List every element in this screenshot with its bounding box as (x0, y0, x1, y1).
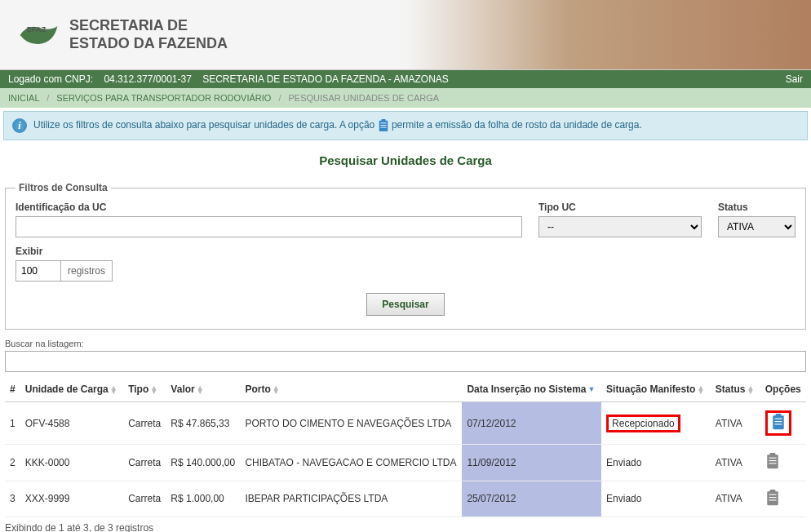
org-line2: ESTADO DA FAZENDA (69, 35, 228, 53)
print-uc-icon[interactable] (765, 490, 780, 506)
listing-search-label: Buscar na listagem: (5, 339, 84, 348)
cell-status: ATIVA (711, 445, 760, 481)
svg-rect-1 (379, 121, 388, 131)
cell-valor: R$ 140.000,00 (166, 445, 240, 481)
page-title: Pesquisar Unidades de Carga (0, 144, 811, 177)
cell-porto: IBEPAR PARTICIPAÇÕES LTDA (240, 481, 462, 516)
svg-rect-17 (769, 490, 775, 492)
logged-label: Logado com CNPJ: (8, 73, 93, 85)
logout-link[interactable]: Sair (786, 73, 803, 85)
print-uc-icon[interactable] (765, 453, 780, 469)
cell-situacao: Enviado (601, 445, 711, 481)
org-line1: SECRETARIA DE (69, 17, 228, 35)
cnpj-value: 04.312.377/0001-37 (104, 73, 191, 85)
col-tipo[interactable]: Tipo▲▼ (123, 377, 166, 402)
exibir-input[interactable] (16, 260, 60, 282)
col-situacao[interactable]: Situação Manifesto▲▼ (601, 377, 711, 402)
table-row: 1OFV-4588CarretaR$ 47.865,33PORTO DO CIM… (5, 402, 806, 445)
svg-rect-15 (769, 463, 776, 464)
cell-num: 3 (5, 481, 20, 516)
svg-rect-13 (769, 458, 776, 459)
svg-rect-6 (773, 415, 784, 429)
exibir-label: Exibir (16, 246, 113, 257)
tipo-label: Tipo UC (538, 202, 702, 213)
cell-opcoes (760, 402, 806, 445)
status-label: Status (718, 202, 795, 213)
filters-legend: Filtros de Consulta (16, 182, 111, 193)
print-uc-icon[interactable] (771, 414, 786, 430)
svg-rect-19 (769, 497, 776, 498)
table-row: 3XXX-9999CarretaR$ 1.000,00IBEPAR PARTIC… (5, 481, 806, 516)
cell-data: 07/12/2012 (462, 402, 601, 445)
breadcrumb-item-current: PESQUISAR UNIDADES DE CARGA (289, 93, 440, 103)
col-data[interactable]: Data Inserção no Sistema▼ (462, 377, 601, 402)
listing-search: Buscar na listagem: (5, 338, 806, 372)
status-select[interactable]: ATIVA (718, 216, 795, 237)
cell-valor: R$ 47.865,33 (166, 402, 240, 445)
cell-porto: CHIBATAO - NAVEGACAO E COMERCIO LTDA (240, 445, 462, 481)
header-banner: EFAZ SECRETARIA DE ESTADO DA FAZENDA (0, 0, 811, 70)
exibir-suffix: registros (60, 260, 113, 282)
cell-data: 11/09/2012 (462, 445, 601, 481)
cell-num: 1 (5, 402, 20, 445)
svg-rect-2 (381, 119, 385, 122)
filters-fieldset: Filtros de Consulta Identificação da UC … (5, 182, 806, 330)
cell-porto: PORTO DO CIMENTO E NAVEGAÇÕES LTDA (240, 402, 462, 445)
table-row: 2KKK-0000CarretaR$ 140.000,00CHIBATAO - … (5, 445, 806, 481)
col-num[interactable]: # (5, 377, 20, 402)
results-table: # Unidade de Carga▲▼ Tipo▲▼ Valor▲▼ Port… (5, 377, 806, 517)
svg-rect-4 (380, 125, 386, 126)
login-info: Logado com CNPJ: 04.312.377/0001-37 SECR… (8, 73, 449, 85)
svg-rect-14 (769, 460, 776, 461)
search-button[interactable]: Pesquisar (366, 293, 444, 316)
breadcrumb-item-inicial[interactable]: INICIAL (8, 93, 39, 103)
svg-rect-16 (767, 491, 778, 505)
col-uc[interactable]: Unidade de Carga▲▼ (20, 377, 123, 402)
cell-tipo: Carreta (123, 481, 166, 516)
tipo-select[interactable]: -- (538, 216, 702, 237)
id-input[interactable] (16, 216, 522, 237)
cell-status: ATIVA (711, 481, 760, 516)
col-valor[interactable]: Valor▲▼ (166, 377, 240, 402)
results-footer: Exibindo de 1 até 3, de 3 registros (5, 522, 806, 532)
svg-text:EFAZ: EFAZ (27, 25, 47, 33)
cell-uc: KKK-0000 (20, 445, 123, 481)
cell-situacao: Recepcionado (601, 402, 711, 445)
cell-tipo: Carreta (123, 402, 166, 445)
info-bar: i Utilize os filtros de consulta abaixo … (3, 111, 808, 140)
svg-rect-8 (774, 419, 782, 419)
breadcrumb-item-servicos[interactable]: SERVIÇOS PARA TRANSPORTADOR RODOVIÁRIO (56, 93, 271, 103)
col-porto[interactable]: Porto▲▼ (240, 377, 462, 402)
top-bar: Logado com CNPJ: 04.312.377/0001-37 SECR… (0, 70, 811, 88)
org-name: SECRETARIA DE ESTADO DA FAZENDA - AMAZON… (202, 73, 449, 85)
cell-num: 2 (5, 445, 20, 481)
svg-rect-20 (769, 499, 776, 500)
id-label: Identificação da UC (16, 202, 522, 213)
cell-tipo: Carreta (123, 445, 166, 481)
org-title: SECRETARIA DE ESTADO DA FAZENDA (69, 17, 228, 52)
svg-rect-12 (769, 453, 775, 455)
svg-rect-10 (774, 423, 782, 424)
info-icon: i (12, 118, 27, 133)
svg-rect-18 (769, 494, 776, 494)
sefaz-logo-icon: EFAZ (16, 19, 61, 51)
cell-uc: XXX-9999 (20, 481, 123, 516)
cell-uc: OFV-4588 (20, 402, 123, 445)
cell-opcoes (760, 481, 806, 516)
col-status[interactable]: Status▲▼ (711, 377, 760, 402)
listing-search-input[interactable] (5, 351, 806, 372)
logo-area: EFAZ SECRETARIA DE ESTADO DA FAZENDA (16, 17, 228, 52)
cell-valor: R$ 1.000,00 (166, 481, 240, 516)
svg-rect-5 (380, 127, 386, 128)
cell-situacao: Enviado (601, 481, 711, 516)
breadcrumb: INICIAL / SERVIÇOS PARA TRANSPORTADOR RO… (0, 88, 811, 108)
svg-rect-3 (380, 122, 386, 123)
cell-status: ATIVA (711, 402, 760, 445)
svg-rect-7 (775, 414, 781, 416)
cell-opcoes (760, 445, 806, 481)
info-text: Utilize os filtros de consulta abaixo pa… (33, 119, 642, 132)
cell-data: 25/07/2012 (462, 481, 601, 516)
clipboard-icon (378, 119, 389, 132)
svg-rect-9 (774, 421, 782, 422)
col-opcoes: Opções (760, 377, 806, 402)
